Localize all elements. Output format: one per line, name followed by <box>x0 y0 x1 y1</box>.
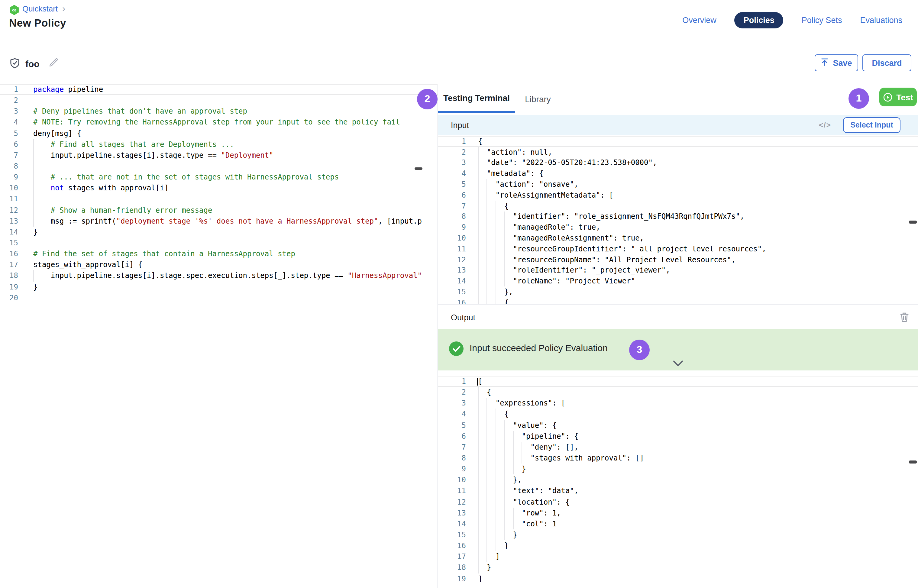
nav-tab-overview[interactable]: Overview <box>682 16 716 25</box>
code-line[interactable]: 8 <box>0 161 438 171</box>
code-line[interactable]: 10"managedRoleAssignment": true, <box>438 233 918 244</box>
code-line[interactable]: 11"resourceGroupIdentifier": "_all_proje… <box>438 244 918 254</box>
indent-guide <box>522 442 522 452</box>
code-text: "managedRole": true, <box>513 222 600 233</box>
code-line[interactable]: 11 <box>0 194 438 205</box>
discard-button[interactable]: Discard <box>862 54 912 71</box>
input-editor-scrollbar-thumb[interactable] <box>909 221 917 224</box>
indent-guide <box>504 507 505 518</box>
code-line[interactable]: 16# Find the set of stages that contain … <box>0 249 438 259</box>
code-line[interactable]: 10}, <box>438 475 918 486</box>
code-line[interactable]: 15} <box>438 529 918 540</box>
line-number: 9 <box>0 171 18 183</box>
code-line[interactable]: 16{ <box>438 297 918 305</box>
code-line[interactable]: 12"location": { <box>438 496 918 507</box>
code-line[interactable]: 14} <box>0 227 438 237</box>
app-header: ∞ Quickstart › New Policy OverviewPolici… <box>0 0 918 42</box>
code-line[interactable]: 17] <box>438 551 918 562</box>
code-line[interactable]: 16} <box>438 540 918 551</box>
indent-guide <box>478 222 478 233</box>
output-editor-scrollbar-thumb[interactable] <box>909 460 917 464</box>
code-line[interactable]: 9# ... that are not in the set of stages… <box>0 171 438 183</box>
expand-chevron-down-icon[interactable] <box>672 359 684 369</box>
code-line[interactable]: 14"roleName": "Project Viewer" <box>438 276 918 287</box>
save-button[interactable]: Save <box>815 54 858 71</box>
code-line[interactable]: 20 <box>0 292 438 303</box>
code-line[interactable]: 15}, <box>438 286 918 297</box>
code-line[interactable]: 3# Deny pipelines that don't have an app… <box>0 106 438 117</box>
code-line[interactable]: 8"identifier": "role_assignment_NsFQM43R… <box>438 211 918 222</box>
code-line[interactable]: 19} <box>0 281 438 292</box>
code-line[interactable]: 2{ <box>438 387 918 397</box>
code-line[interactable]: 17stages_with_approval[i] { <box>0 260 438 270</box>
line-number: 10 <box>438 475 466 486</box>
code-line[interactable]: 2"action": null, <box>438 147 918 158</box>
line-number: 14 <box>438 519 466 529</box>
line-number: 8 <box>438 211 466 222</box>
indent-guide <box>487 442 487 452</box>
code-line[interactable]: 18} <box>438 562 918 573</box>
testing-panel: Testing TerminalLibrary Test Input </> S… <box>438 85 918 588</box>
code-line[interactable]: 13"row": 1, <box>438 507 918 518</box>
code-line[interactable]: 7input.pipeline.stages[i].stage.type == … <box>0 150 438 161</box>
code-line[interactable]: 3"date": "2022-05-05T20:41:23.538+0000", <box>438 157 918 168</box>
code-line[interactable]: 2 <box>0 95 438 106</box>
code-line[interactable]: 6"pipeline": { <box>438 431 918 441</box>
edit-pencil-icon[interactable] <box>48 57 59 70</box>
code-line[interactable]: 13"roleIdentifier": "_project_viewer", <box>438 265 918 276</box>
line-number: 4 <box>0 117 18 128</box>
select-input-button[interactable]: Select Input <box>843 117 900 133</box>
code-line[interactable]: 19] <box>438 573 918 584</box>
indent-guide <box>487 529 487 540</box>
code-text: { <box>504 200 509 212</box>
code-line[interactable]: 8"stages_with_approval": [] <box>438 452 918 464</box>
nav-tab-policy-sets[interactable]: Policy Sets <box>802 16 842 25</box>
code-brackets-icon[interactable]: </> <box>819 115 831 136</box>
code-line[interactable]: 4# NOTE: Try removing the HarnessApprova… <box>0 117 438 128</box>
code-line[interactable]: 1package pipeline <box>0 84 438 95</box>
code-line[interactable]: 1[ <box>438 376 918 387</box>
indent-guide <box>478 529 478 540</box>
code-line[interactable]: 9"managedRole": true, <box>438 222 918 233</box>
code-line[interactable]: 6"roleAssignmentMetadata": [ <box>438 190 918 200</box>
code-line[interactable]: 1{ <box>438 136 918 147</box>
line-number: 18 <box>438 562 466 573</box>
indent-guide <box>513 452 514 464</box>
breadcrumb-project-link[interactable]: Quickstart <box>23 4 58 13</box>
code-line[interactable]: 4"metadata": { <box>438 168 918 179</box>
nav-tab-evaluations[interactable]: Evaluations <box>860 16 902 25</box>
line-number: 16 <box>0 249 18 259</box>
nav-tab-policies[interactable]: Policies <box>735 12 784 28</box>
code-line[interactable]: 18input.pipeline.stages[i].stage.spec.ex… <box>0 270 438 281</box>
code-line[interactable]: 4{ <box>438 409 918 420</box>
code-line[interactable]: 10not stages_with_approval[i] <box>0 183 438 194</box>
code-line[interactable]: 15 <box>0 237 438 249</box>
code-line[interactable]: 13msg := sprintf("deployment stage '%s' … <box>0 215 438 226</box>
indent-guide <box>513 519 514 529</box>
tab-testing-terminal[interactable]: Testing Terminal <box>438 85 515 113</box>
indent-guide <box>478 200 478 212</box>
code-line[interactable]: 14"col": 1 <box>438 519 918 529</box>
indent-guide <box>487 496 487 507</box>
code-line[interactable]: 7{ <box>438 200 918 212</box>
input-json-editor[interactable]: 1{2"action": null,3"date": "2022-05-05T2… <box>438 136 918 305</box>
code-line[interactable]: 7"deny": [], <box>438 442 918 452</box>
clear-output-trash-icon[interactable] <box>900 312 909 325</box>
tab-library[interactable]: Library <box>517 85 559 113</box>
code-line[interactable]: 6# Find all stages that are Deployments … <box>0 139 438 150</box>
indent-guide <box>487 200 487 212</box>
code-line[interactable]: 9} <box>438 464 918 474</box>
test-button[interactable]: Test <box>879 87 917 107</box>
policy-editor-scrollbar-thumb[interactable] <box>415 167 422 170</box>
code-text: # NOTE: Try removing the HarnessApproval… <box>33 117 400 128</box>
code-line[interactable]: 5"value": { <box>438 420 918 431</box>
code-line[interactable]: 11"text": "data", <box>438 486 918 496</box>
policy-code-editor[interactable]: 1package pipeline23# Deny pipelines that… <box>0 84 438 588</box>
code-line[interactable]: 12"resourceGroupName": "All Project Leve… <box>438 254 918 265</box>
code-line[interactable]: 12# Show a human-friendly error message <box>0 205 438 215</box>
code-line[interactable]: 5"action": "onsave", <box>438 179 918 190</box>
code-line[interactable]: 5deny[msg] { <box>0 128 438 139</box>
code-line[interactable]: 3"expressions": [ <box>438 398 918 409</box>
indent-guide <box>487 244 487 254</box>
output-json-editor[interactable]: 1[2{3"expressions": [4{5"value": {6"pipe… <box>438 370 918 588</box>
